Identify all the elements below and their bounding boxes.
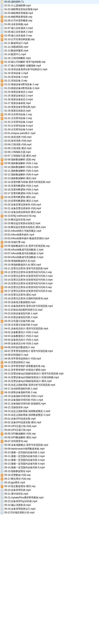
file-row[interactable]: 05-24.确认消息取消.mp4 xyxy=(0,503,99,507)
file-row[interactable]: 02-19.告警判断逻辑-测试-2.mp4 xyxy=(0,199,99,203)
file-row[interactable]: 04-15.告警设备top10指标报表设计-测试.mp4 xyxy=(0,379,99,383)
file-row[interactable]: 04-03.设备数量统计-代码-2.mp4 xyxy=(0,334,99,338)
file-row[interactable]: 04-11.异常警管维护-获取数据封装.vep xyxy=(0,364,99,368)
file-row[interactable]: 01-08.核心业务描述-2.mp4 xyxy=(0,30,99,34)
file-row[interactable]: 02-24.断连监控实现.mp4 xyxy=(0,218,99,222)
file-row[interactable]: 05-20.设备管理列表.mp4 xyxy=(0,488,99,492)
file-row[interactable]: 02-23.EMQ webhook介绍.vep xyxy=(0,214,99,218)
file-row[interactable]: 03-06.influxdb集成与添加数据-1.mp4 xyxy=(0,248,99,252)
file-row[interactable]: 04-12.异常警管维护-封装统计逻辑.mp4 xyxy=(0,368,99,372)
file-row[interactable]: 01-29.更新在线状态.mp4 xyxy=(0,109,99,113)
file-row[interactable]: 04-21.设备指标详情列表-前端测试.mp4 xyxy=(0,402,99,406)
file-row[interactable]: 02-06.订阅指标主题.mp4 xyxy=(0,150,99,154)
file-row[interactable]: 03-04.存储引擎.vep xyxy=(0,240,99,244)
file-row[interactable]: 05-12.搜索一定范围内设备列表-3.mp4 xyxy=(0,458,99,462)
file-row[interactable]: 01-34.分页查询设备-5.mp4 xyxy=(0,128,99,132)
file-row[interactable]: 04-24.自定义指标看板-报表数据预览-2.mp4 xyxy=(0,413,99,417)
file-row[interactable]: 05-16.告警数据-代码.vep xyxy=(0,473,99,477)
file-row[interactable]: 01-09.核心业务描述-3.vep xyxy=(0,34,99,38)
file-row[interactable]: 04-18.获取设备指标列表-2.vep xyxy=(0,390,99,394)
file-row[interactable]: 01-17.核心代码解析-创建指标.mp4 xyxy=(0,64,99,68)
file-row[interactable]: 05-25.设备管理报表运行.mp4 xyxy=(0,507,99,511)
file-row[interactable]: 05-09.elasticsearch地理数据准备.mp4 xyxy=(0,447,99,451)
file-row[interactable]: 05-19.报文数据透传-测试.vep xyxy=(0,484,99,488)
file-row[interactable]: 01-14.配置中心.mp4 xyxy=(0,52,99,56)
file-row[interactable]: 01-32.分页查询设备-3.mp4 xyxy=(0,120,99,124)
file-row[interactable]: 01-21.添加设备-3.vep xyxy=(0,79,99,82)
file-row[interactable]: 04-10.告警趋势统计.vep xyxy=(0,360,99,364)
file-row[interactable]: 05-18.gps透传.mp4 xyxy=(0,481,99,484)
file-row[interactable]: 05-05.GPS数据解析-代码.vep xyxy=(0,432,99,436)
file-row[interactable]: 02-14.告警判断与存储-需求与实现思路.mp4 xyxy=(0,180,99,184)
file-row[interactable]: 03-07.influxdb集成与添加数据-2.mp4 xyxy=(0,252,99,256)
file-row[interactable]: 00-00.源码资料.7z xyxy=(0,0,99,4)
file-row[interactable]: 05-亿可控项目课程介绍.mp4 xyxy=(0,511,99,514)
file-row[interactable]: 04-14.告警设备top10指标报表设计-封装结构图.mp4 xyxy=(0,376,99,379)
file-row[interactable]: 01-28.更新设备告警信息.mp4 xyxy=(0,105,99,109)
file-row[interactable]: 02-26.断连监控更新在线状态-测试.mp4 xyxy=(0,225,99,229)
file-row[interactable]: 05-23.设备管理Top10列表.mp4 xyxy=(0,500,99,503)
file-row[interactable]: 03-15.告警日志查询-封装查询语句代码-4.mp4 xyxy=(0,282,99,286)
file-row[interactable]: 02-22.设备信息信息保存-测试.mp4 xyxy=(0,210,99,214)
file-row[interactable]: 05-14.搜索一定范围内设备列表-5.mp4 xyxy=(0,466,99,470)
file-row[interactable]: 05-04.GPS主题订阅.mp4 xyxy=(0,428,99,432)
file-row[interactable]: 03-16.告警日志查询-封装查询语句代码-5.vep xyxy=(0,286,99,289)
file-row[interactable]: 02-10.指标数据解析-代码-2.mp4 xyxy=(0,165,99,169)
file-row[interactable]: 03-22.封装自动匹配时间段方法.mp4 xyxy=(0,308,99,312)
file-row[interactable]: 02-20.设备告警信息保存-代码.mp4 xyxy=(0,203,99,206)
file-row[interactable]: 01-30.分页查询设备-1.vep xyxy=(0,113,99,116)
file-row[interactable]: 02-25.断连监控更新在线状态.mp4 xyxy=(0,222,99,225)
file-row[interactable]: 04-04.设备状态统计-代码-1.mp4 xyxy=(0,338,99,342)
file-row[interactable]: 05-06.GPS数据解析-测试.mp4 xyxy=(0,436,99,440)
file-row[interactable]: 04-17.自动获取指标列表-1.mp4 xyxy=(0,387,99,390)
file-row[interactable]: 04-05.设备状态分布-代码-2.mp4 xyxy=(0,342,99,346)
file-row[interactable]: 03-05.指标数据持久化-需求与实现思路.vep xyxy=(0,244,99,248)
file-row[interactable]: 04-07.异常警管趋势统计-需求与实现思路.mp4 xyxy=(0,349,99,353)
file-row[interactable]: 05-07.经纬度查询.vep xyxy=(0,440,99,443)
file-row[interactable]: 02-02.发送消息-代码.mp4 xyxy=(0,135,99,139)
file-row[interactable]: 03-12.告警日志查询-封装查询语句代码-1.vep xyxy=(0,270,99,274)
file-row[interactable]: 01-05.亿可控需求概述.vep xyxy=(0,19,99,22)
file-row[interactable]: 01-10.亿可控系统构架图.vep xyxy=(0,38,99,41)
file-row[interactable]: 03-08.influxdb集成与添加数据-3.mp4 xyxy=(0,256,99,259)
file-row[interactable]: 04-06.实时监控数据统计.vep xyxy=(0,346,99,349)
file-row[interactable]: 03-11.告警日志查询-需求与实现思路.mp4 xyxy=(0,267,99,270)
file-row[interactable]: 01-27.更新设备标签.mp4 xyxy=(0,102,99,105)
file-row[interactable]: 04-23.自定义指标看板-报表数据预览-1.mp4 xyxy=(0,409,99,413)
file-row[interactable]: 01-06.业务架构图.mp4 xyxy=(0,22,99,26)
file-row[interactable]: 01-25.更新设备状态-2.mp4 xyxy=(0,94,99,98)
file-row[interactable]: 02-09.指标数据解析-代码-1.vep xyxy=(0,162,99,165)
file-row[interactable]: 05-21.缓冲加优化.mp4 xyxy=(0,492,99,496)
file-row[interactable]: 03-25.分页显示设备列表.vep xyxy=(0,319,99,323)
file-row[interactable]: 01-07.核心业务描述-1.mp4 xyxy=(0,26,99,30)
file-row[interactable]: 05-15.指标数据透传.mp4 xyxy=(0,470,99,473)
file-row[interactable]: 03-13.告警日志查询-封装查询语句代码-2.mp4 xyxy=(0,274,99,278)
file-row[interactable]: 03-21.设备报表查询-需求分析与实现思路.mp4 xyxy=(0,304,99,308)
file-row[interactable]: 05-10.搜索一定范围内设备列表-1.mp4 xyxy=(0,451,99,454)
file-row[interactable]: 04-16.自定义指标看板-需求分析与实现思路.mp4 xyxy=(0,383,99,387)
file-row[interactable]: 01-04.物联网发展现状.vep xyxy=(0,15,99,19)
file-row[interactable]: 04-13.告警设备top10指标报表设计-需求与实现思路.mp4 xyxy=(0,372,99,376)
file-row[interactable]: 03-26.分页显示设备列表-3.mp4 xyxy=(0,323,99,327)
file-row[interactable]: 01-23.根据设备id查询设备-2.mp4 xyxy=(0,86,99,90)
file-row[interactable]: 01-01.什么是物联网.mp4 xyxy=(0,4,99,8)
file-row[interactable]: 01-16.核心代码解析-登录与jwt校验.vep xyxy=(0,60,99,64)
file-row[interactable]: 02-04.订阅消息-代码.mp4 xyxy=(0,143,99,146)
file-row[interactable]: 03-19.告警日志查询-日期时间段查询.mp4 xyxy=(0,297,99,300)
file-row[interactable]: 05-17.断连透传-代码.vep xyxy=(0,477,99,481)
file-row[interactable]: 04-08.封闭指标计.mp4 xyxy=(0,353,99,357)
file-row[interactable]: 03-14.告警日志查询-封装查询语句代码-3.mp4 xyxy=(0,278,99,282)
file-row[interactable]: 05-08.设备地图撒点-需求与实现思路.mp4 xyxy=(0,443,99,447)
file-row[interactable]: 03-10.将指标数据持久化-测试.mp4 xyxy=(0,263,99,267)
file-row[interactable]: 03-09.将指标数据持久化.mp4 xyxy=(0,259,99,263)
file-row[interactable]: 03-17.告警日志查询-封装查询语句代码-6.vep xyxy=(0,289,99,293)
file-row[interactable]: 01-26.更新设备状态-3.mp4 xyxy=(0,98,99,102)
file-row[interactable]: 02-12.指标数据解析-代码-4.mp4 xyxy=(0,173,99,176)
file-row[interactable]: 03-03.influxdb基本操作-数据类型测试.mp4 xyxy=(0,236,99,240)
file-row[interactable]: 01-11.数据库设计.mp4 xyxy=(0,41,99,45)
file-row[interactable]: 03-20.设备报文数据模拟.mp4 xyxy=(0,300,99,304)
file-row[interactable]: 03-18.告警日志查询-测试.mp4 xyxy=(0,293,99,297)
file-row[interactable]: 02-07.订阅指标主题-测试.mp4 xyxy=(0,154,99,158)
file-row[interactable]: 01-19.添加设备-1.mp4 xyxy=(0,71,99,75)
file-row[interactable]: 01-02.物联网涉及知识领域.mp4 xyxy=(0,8,99,11)
